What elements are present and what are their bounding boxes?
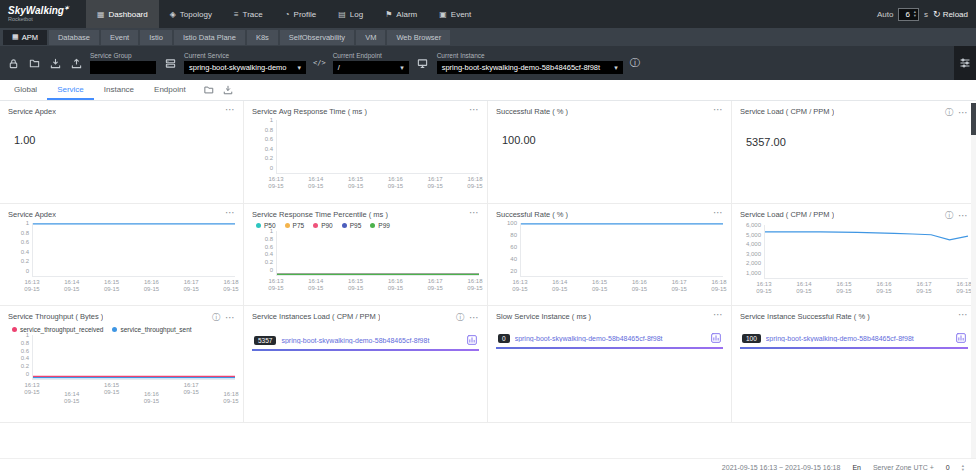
legend-item-service-throughput-sent[interactable]: service_throughput_sent: [112, 326, 191, 333]
nav-item-trace[interactable]: ≡Trace: [223, 0, 274, 28]
download-icon[interactable]: [223, 85, 233, 95]
scrollbar-track[interactable]: [971, 103, 976, 458]
download-icon[interactable]: [48, 56, 62, 70]
inspect-chart-icon[interactable]: [467, 335, 477, 345]
main-nav: ▦Dashboard◈Topology≡Trace◔Profile▤Log⚑Al…: [86, 0, 877, 28]
template-tab-label: K8s: [256, 33, 269, 42]
legend-item-p99[interactable]: P99: [370, 222, 390, 229]
template-tab-vm[interactable]: VM: [356, 30, 385, 45]
reload-button[interactable]: ↻ Reload: [933, 9, 968, 19]
template-tab-database[interactable]: Database: [49, 30, 99, 45]
y-axis-label: 2,000: [746, 260, 761, 266]
nav-item-dashboard[interactable]: ▦Dashboard: [86, 0, 159, 28]
folder-icon[interactable]: [27, 56, 41, 70]
current-service-select[interactable]: spring-boot-skywalking-demo ▾: [184, 61, 306, 74]
nav-item-event[interactable]: ▣Event: [428, 0, 482, 28]
nav-item-alarm[interactable]: ⚑Alarm: [374, 0, 428, 28]
auto-interval-input[interactable]: 6 ▴▾: [898, 8, 919, 21]
tab-instance[interactable]: Instance: [94, 80, 144, 100]
trace-icon: ≡: [234, 10, 239, 19]
legend-item-p95[interactable]: P95: [342, 222, 362, 229]
x-axis-label: 16:1509-15: [832, 281, 856, 295]
panel-menu-button[interactable]: ⋯: [225, 315, 235, 321]
scrollbar-thumb[interactable]: [971, 103, 976, 135]
inspect-chart-icon[interactable]: [711, 333, 721, 343]
nav-item-profile[interactable]: ◔Profile: [274, 0, 328, 28]
template-tab-istio[interactable]: Istio: [140, 30, 172, 45]
panel-menu-button[interactable]: ⋯: [225, 107, 235, 113]
current-instance-field: Current Instance spring-boot-skywalking-…: [437, 52, 623, 74]
instance-row[interactable]: 5357spring-boot-skywalking-demo-58b48465…: [252, 334, 479, 351]
template-tab-label: Web Browser: [396, 33, 441, 42]
template-tab-apm[interactable]: ▦APM: [3, 30, 47, 45]
folder-icon[interactable]: [204, 85, 214, 95]
info-icon[interactable]: ⓘ: [456, 312, 464, 323]
lock-icon[interactable]: [6, 56, 20, 70]
template-tab-istio-data-plane[interactable]: Istio Data Plane: [174, 30, 245, 45]
panel-title: Service Response Time Percentile ( ms ): [252, 210, 388, 219]
y-axis-label: 0.6: [21, 239, 29, 245]
template-tab-event[interactable]: Event: [101, 30, 138, 45]
panel-menu-button[interactable]: ⋯: [958, 110, 968, 116]
settings-sliders-button[interactable]: [954, 46, 976, 80]
chart-canvas: 10080604020: [496, 223, 723, 277]
export-icon[interactable]: [69, 56, 83, 70]
info-icon[interactable]: ⓘ: [212, 312, 220, 323]
panel-menu-button[interactable]: ⋯: [713, 312, 723, 318]
template-tab-web-browser[interactable]: Web Browser: [387, 30, 450, 45]
service-group-input[interactable]: [90, 61, 156, 74]
legend-item-p90[interactable]: P90: [313, 222, 333, 229]
current-endpoint-select[interactable]: / ▾: [333, 61, 409, 74]
nav-item-log[interactable]: ▤Log: [327, 0, 374, 28]
panel-menu-button[interactable]: ⋯: [958, 213, 968, 219]
inspect-chart-icon[interactable]: [956, 333, 966, 343]
current-instance-select[interactable]: spring-boot-skywalking-demo-58b48465cf-8…: [437, 61, 623, 74]
current-instance-label: Current Instance: [437, 52, 623, 59]
instance-link[interactable]: spring-boot-skywalking-demo-58b48465cf-8…: [281, 337, 462, 344]
instance-row[interactable]: 0spring-boot-skywalking-demo-58b48465cf-…: [496, 332, 723, 349]
template-tab-selfobservability[interactable]: SelfObservability: [280, 30, 354, 45]
panel-menu-button[interactable]: ⋯: [469, 315, 479, 321]
instance-link[interactable]: spring-boot-skywalking-demo-58b48465cf-8…: [515, 335, 706, 342]
chart-canvas: 10.80.60.40.20: [8, 223, 235, 277]
info-icon[interactable]: ⓘ: [945, 107, 953, 118]
x-axis-label: 16:1509-15: [344, 278, 368, 292]
template-tab-k8s[interactable]: K8s: [247, 30, 278, 45]
x-axis-label: 16:1309-15: [264, 176, 288, 190]
nav-item-label: Log: [350, 10, 363, 19]
x-axis-label: 16:1409-15: [792, 281, 816, 295]
panel-menu-button[interactable]: ⋯: [225, 210, 235, 216]
x-axis-label: 16:1409-15: [304, 278, 328, 292]
info-icon[interactable]: ⓘ: [945, 210, 953, 221]
panel-menu-button[interactable]: ⋯: [469, 107, 479, 113]
logo[interactable]: SkyWalking✶ Rocketbot: [8, 5, 86, 23]
tab-endpoint[interactable]: Endpoint: [144, 80, 196, 100]
legend-dot: [285, 223, 290, 228]
y-axis: 10.80.60.40.20: [8, 332, 32, 377]
nav-item-topology[interactable]: ◈Topology: [159, 0, 223, 28]
x-axis-label: 16:1709-15: [423, 278, 447, 292]
instance-link[interactable]: spring-boot-skywalking-demo-58b48465cf-8…: [766, 335, 951, 342]
legend-label: service_throughput_sent: [120, 326, 191, 333]
panel-menu-button[interactable]: ⋯: [469, 210, 479, 216]
server-zone-value[interactable]: 0: [946, 464, 950, 471]
panel-title: Service Apdex: [8, 107, 56, 116]
panel-header-icons: ⓘ⋯: [212, 312, 235, 323]
legend-item-p75[interactable]: P75: [285, 222, 305, 229]
instance-row[interactable]: 100spring-boot-skywalking-demo-58b48465c…: [740, 332, 968, 349]
panel-menu-button[interactable]: ⋯: [713, 107, 723, 113]
tab-service[interactable]: Service: [47, 80, 94, 100]
info-icon[interactable]: ⓘ: [630, 56, 640, 70]
scope-tab-tools: [204, 85, 233, 95]
chart: 1008060402016:1309-1516:1409-1516:1509-1…: [496, 223, 723, 293]
panel-title: Service Avg Response Time ( ms ): [252, 107, 367, 116]
language-selector[interactable]: En: [852, 464, 861, 471]
stepper-arrows-icon[interactable]: ▴▾: [914, 10, 916, 18]
tab-global[interactable]: Global: [4, 80, 47, 100]
panel-menu-button[interactable]: ⋯: [713, 210, 723, 216]
zone-stepper-icon[interactable]: ▴▾: [962, 464, 964, 472]
current-instance-value: spring-boot-skywalking-demo-58b48465cf-8…: [442, 63, 600, 72]
time-range-picker[interactable]: 2021-09-15 16:13 ~ 2021-09-15 16:18: [722, 464, 841, 471]
service-group-label: Service Group: [90, 52, 156, 59]
panel-menu-button[interactable]: ⋯: [958, 312, 968, 318]
